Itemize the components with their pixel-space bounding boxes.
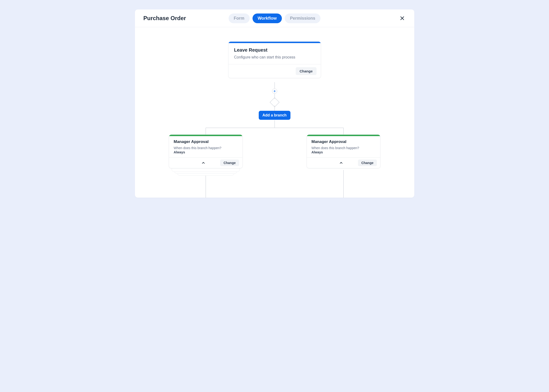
node-footer: Change bbox=[169, 157, 242, 168]
branch-left-change-button[interactable]: Change bbox=[220, 160, 239, 166]
branch-left-title: Manager Approval bbox=[174, 140, 238, 144]
branch-left-question: When does this branch happen? bbox=[174, 146, 238, 150]
page-title: Purchase Order bbox=[143, 15, 186, 21]
close-icon bbox=[400, 16, 405, 21]
plus-icon bbox=[273, 90, 276, 92]
node-footer: Change bbox=[228, 64, 321, 78]
root-node-description: Configure who can start this process bbox=[234, 55, 315, 59]
svg-rect-3 bbox=[270, 98, 279, 107]
chevron-up-icon bbox=[339, 161, 343, 165]
branch-right-question: When does this branch happen? bbox=[311, 146, 375, 150]
workflow-canvas: Leave Request Configure who can start th… bbox=[135, 27, 414, 198]
tab-workflow[interactable]: Workflow bbox=[252, 14, 282, 23]
branch-right-collapse-button[interactable] bbox=[338, 160, 344, 166]
close-button[interactable] bbox=[399, 15, 406, 22]
node-body: Leave Request Configure who can start th… bbox=[228, 43, 321, 64]
root-change-button[interactable]: Change bbox=[296, 67, 316, 75]
branch-right-change-button[interactable]: Change bbox=[358, 160, 377, 166]
branch-node-left[interactable]: Manager Approval When does this branch h… bbox=[169, 134, 243, 168]
node-body: Manager Approval When does this branch h… bbox=[307, 136, 380, 157]
branch-left-collapse-button[interactable] bbox=[200, 160, 206, 166]
branch-node-right[interactable]: Manager Approval When does this branch h… bbox=[307, 134, 380, 168]
tab-form[interactable]: Form bbox=[228, 14, 250, 23]
root-node-title: Leave Request bbox=[234, 47, 315, 53]
workflow-root-node[interactable]: Leave Request Configure who can start th… bbox=[228, 42, 321, 78]
add-branch-button[interactable]: Add a branch bbox=[259, 111, 290, 120]
branch-right-title: Manager Approval bbox=[311, 140, 375, 144]
node-footer: Change bbox=[307, 157, 380, 168]
app-window: Purchase Order Form Workflow Permissions bbox=[135, 9, 414, 198]
chevron-up-icon bbox=[201, 161, 205, 165]
header-bar: Purchase Order Form Workflow Permissions bbox=[135, 9, 414, 27]
add-step-button[interactable] bbox=[272, 89, 277, 94]
node-body: Manager Approval When does this branch h… bbox=[169, 136, 242, 157]
canvas-inner: Leave Request Configure who can start th… bbox=[144, 42, 405, 198]
tab-permissions[interactable]: Permissions bbox=[285, 14, 321, 23]
tab-group: Form Workflow Permissions bbox=[228, 14, 321, 23]
branch-right-answer: Always bbox=[311, 150, 375, 154]
branch-left-answer: Always bbox=[174, 150, 238, 154]
